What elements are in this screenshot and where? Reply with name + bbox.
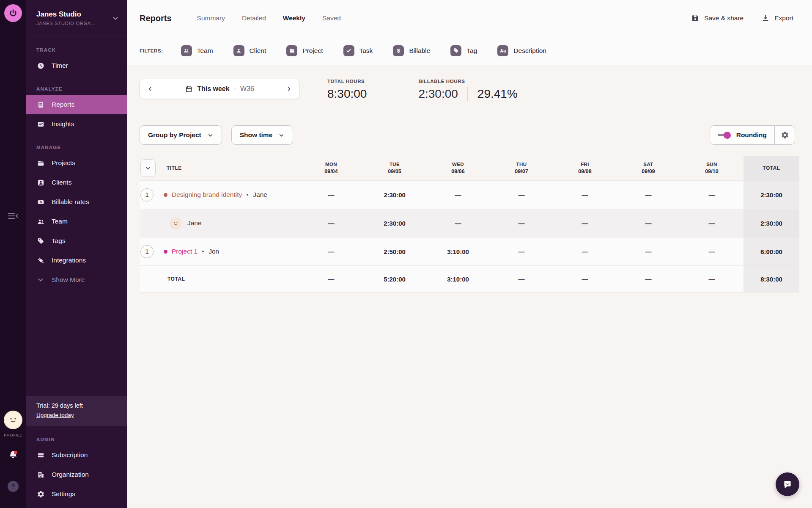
sidebar: Janes Studio JANES STUDIO ORGA… TRACK Ti…: [26, 0, 127, 508]
week-number: W36: [240, 85, 254, 93]
group-count-badge[interactable]: 1: [140, 188, 154, 202]
section-label-analyze: ANALYZE: [36, 86, 127, 91]
table-total-row: TOTAL — 5:20:00 3:10:00 — — — — 8:30:00: [140, 265, 799, 293]
admin-section: ADMIN Subscription Organization Settings: [26, 426, 127, 508]
save-share-button[interactable]: Save & share: [691, 14, 743, 22]
day-column-header: MON09/04: [299, 162, 363, 174]
help-icon[interactable]: ?: [8, 481, 19, 492]
grand-total: 8:30:00: [743, 266, 799, 292]
filter-chip-team[interactable]: Team: [181, 45, 213, 56]
workspace-switcher[interactable]: Janes Studio JANES STUDIO ORGA…: [26, 0, 127, 36]
chevron-right-icon[interactable]: [285, 86, 292, 92]
filter-chip-task[interactable]: Task: [343, 45, 373, 56]
trial-banner: Trial: 29 days left Upgrade today: [26, 396, 127, 426]
workspace-name: Janes Studio: [36, 10, 112, 19]
filter-chip-client[interactable]: Client: [233, 45, 266, 56]
table-row-project-group[interactable]: 1 Project 1 Jon — 2:50:00 3:10:00 — — — …: [140, 237, 799, 265]
sidebar-item-organization[interactable]: Organization: [26, 465, 127, 484]
title-column-header: TITLE: [167, 165, 182, 171]
day-column-header: THU09/07: [490, 162, 553, 174]
filter-chip-project[interactable]: Project: [286, 45, 323, 56]
profile-avatar[interactable]: [4, 411, 22, 429]
upgrade-link[interactable]: Upgrade today: [36, 412, 74, 418]
show-time-select[interactable]: Show time: [231, 125, 294, 145]
toggle-on-icon: [718, 131, 731, 139]
rounding-settings-button[interactable]: [774, 126, 795, 144]
sidebar-item-tags[interactable]: Tags: [26, 231, 127, 251]
trial-days-left: Trial: 29 days left: [36, 402, 117, 409]
building-icon: [36, 471, 45, 479]
billable-hours-metric: BILLABLE HOURS 2:30:00 29.41%: [418, 79, 517, 101]
rounding-control: Rounding: [710, 125, 795, 145]
table-row-member[interactable]: Jane — 2:30:00 — — — — — 2:30:00: [140, 209, 799, 237]
clock-icon: [36, 62, 45, 70]
section-label-track: TRACK: [36, 47, 127, 52]
day-column-header: WED09/06: [426, 162, 490, 174]
tab-saved[interactable]: Saved: [322, 14, 341, 22]
team-icon: [36, 218, 45, 226]
chat-support-button[interactable]: [776, 472, 799, 496]
client-filter-icon: [233, 45, 244, 56]
download-icon: [761, 14, 770, 22]
table-row-project-group[interactable]: 1 Designing brand identity Jane — 2:30:0…: [140, 180, 799, 209]
sidebar-item-billable-rates[interactable]: $ Billable rates: [26, 192, 127, 212]
sidebar-item-insights[interactable]: Insights: [26, 114, 127, 134]
tab-weekly[interactable]: Weekly: [283, 14, 305, 22]
profile-label: PROFILE: [0, 433, 26, 437]
insights-icon: [36, 120, 45, 128]
reports-icon: [36, 101, 45, 109]
chevron-down-icon: [112, 14, 119, 22]
sidebar-item-show-more[interactable]: Show More: [26, 270, 127, 290]
save-icon: [691, 14, 700, 22]
chevron-left-icon[interactable]: [147, 86, 154, 92]
sidebar-item-subscription[interactable]: Subscription: [26, 445, 127, 465]
project-filter-icon: [286, 45, 297, 56]
page-title: Reports: [140, 14, 172, 23]
filter-chip-billable[interactable]: $ Billable: [393, 45, 430, 56]
week-picker[interactable]: This week · W36: [140, 79, 299, 99]
sidebar-item-team[interactable]: Team: [26, 212, 127, 231]
app-rail: PROFILE ?: [0, 0, 26, 508]
day-column-header: SUN09/10: [680, 162, 743, 174]
sidebar-item-clients[interactable]: Clients: [26, 173, 127, 192]
collapse-sidebar-icon[interactable]: [7, 210, 19, 221]
rounding-toggle[interactable]: Rounding: [710, 126, 774, 144]
sidebar-item-settings[interactable]: Settings: [26, 484, 127, 504]
total-hours-value: 8:30:00: [327, 87, 367, 101]
member-avatar: [170, 218, 181, 229]
gear-icon: [781, 131, 789, 139]
week-label: This week: [197, 85, 229, 93]
tab-summary[interactable]: Summary: [197, 14, 225, 22]
total-hours-metric: TOTAL HOURS 8:30:00: [327, 79, 367, 101]
filter-chip-tag[interactable]: Tag: [450, 45, 477, 56]
billable-filter-icon: $: [393, 45, 404, 56]
billable-hours-value: 2:30:00: [418, 87, 458, 101]
group-by-select[interactable]: Group by Project: [140, 125, 222, 145]
divider: [467, 87, 468, 101]
sidebar-item-integrations[interactable]: Integrations: [26, 251, 127, 270]
project-name: Designing brand identity: [172, 191, 242, 199]
tag-icon: [36, 237, 45, 245]
sidebar-item-reports[interactable]: Reports: [26, 95, 127, 114]
plug-icon: [36, 257, 45, 265]
day-column-header: SAT09/09: [617, 162, 680, 174]
tab-detailed[interactable]: Detailed: [242, 14, 266, 22]
sidebar-item-timer[interactable]: Timer: [26, 56, 127, 75]
notifications-bell-icon[interactable]: [8, 450, 19, 461]
filters-bar: FILTERS: Team Client Project: [127, 36, 812, 65]
separator-dot: [247, 194, 248, 196]
member-name: Jane: [253, 191, 267, 199]
section-label-manage: MANAGE: [36, 145, 127, 150]
filter-chip-description[interactable]: Aa Description: [497, 45, 546, 56]
project-color-dot: [164, 193, 167, 197]
sidebar-item-projects[interactable]: Projects: [26, 153, 127, 173]
app-logo[interactable]: [4, 4, 22, 22]
row-total: 2:30:00: [743, 209, 799, 237]
project-color-dot: [164, 250, 167, 254]
export-button[interactable]: Export: [761, 14, 793, 22]
weekly-report-table: TITLE MON09/04 TUE09/05 WED09/06 THU09/0…: [140, 156, 799, 293]
billable-percent-value: 29.41%: [477, 87, 518, 101]
collapse-rows-button[interactable]: [140, 159, 156, 177]
table-header-row: TITLE MON09/04 TUE09/05 WED09/06 THU09/0…: [140, 156, 799, 180]
group-count-badge[interactable]: 1: [140, 245, 154, 258]
